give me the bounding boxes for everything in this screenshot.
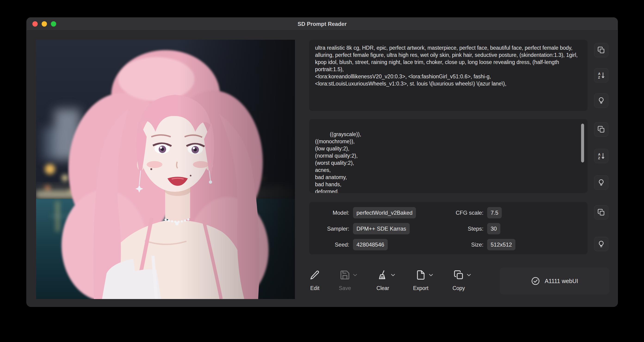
export-menu-button[interactable] xyxy=(428,272,434,279)
model-value: perfectWorld_v2Baked xyxy=(353,207,416,218)
app-window: SD Prompt Reader xyxy=(26,17,618,307)
edit-tool: Edit xyxy=(309,268,320,291)
copy-button[interactable] xyxy=(453,270,464,280)
model-label: Model: xyxy=(317,209,349,216)
lightbulb-icon xyxy=(597,179,605,186)
sampler-label: Sampler: xyxy=(317,225,349,232)
size-label: Size: xyxy=(442,241,484,248)
broom-icon xyxy=(378,270,388,280)
chevron-down-icon xyxy=(428,272,434,279)
steps-label: Steps: xyxy=(442,225,484,232)
sort-az-icon: A Z xyxy=(597,71,605,79)
copy-tool: Copy xyxy=(453,268,472,291)
negative-sort-button[interactable]: A Z xyxy=(594,149,608,163)
clear-label: Clear xyxy=(377,285,388,291)
generated-image xyxy=(36,40,295,299)
window-titlebar[interactable]: SD Prompt Reader xyxy=(26,17,618,31)
chevron-down-icon xyxy=(466,272,472,279)
bottom-toolbar: Edit xyxy=(309,268,609,294)
lightbulb-icon xyxy=(597,97,605,104)
export-button[interactable] xyxy=(415,270,426,280)
status-label: A1111 webUI xyxy=(545,278,578,285)
positive-copy-button[interactable] xyxy=(594,43,608,57)
minimize-button[interactable] xyxy=(42,21,47,26)
copy-label: Copy xyxy=(453,285,464,291)
save-icon xyxy=(340,270,350,280)
svg-text:Z: Z xyxy=(598,75,600,79)
export-label: Export xyxy=(415,285,426,291)
window-content: ultra realistic 8k cg, HDR, epic, perfec… xyxy=(26,30,618,307)
negative-prompt-text: ((grayscale)), ((monochrome)), (low qual… xyxy=(315,131,361,193)
steps-value: 30 xyxy=(487,223,500,234)
settings-view-button[interactable] xyxy=(594,237,608,251)
settings-section: Model: perfectWorld_v2Baked CFG scale: 7… xyxy=(309,202,609,254)
negative-prompt-actions: A Z xyxy=(593,119,609,193)
chevron-down-icon xyxy=(352,272,358,279)
positive-prompt-section: ultra realistic 8k cg, HDR, epic, perfec… xyxy=(309,40,609,111)
size-value: 512x512 xyxy=(487,239,516,250)
negative-prompt-textarea[interactable]: ((grayscale)), ((monochrome)), (low qual… xyxy=(309,119,588,193)
export-tool: Export xyxy=(415,268,434,291)
positive-sort-button[interactable]: A Z xyxy=(594,68,608,82)
settings-copy-button[interactable] xyxy=(594,205,608,220)
save-tool: Save xyxy=(339,268,358,291)
lightbulb-icon xyxy=(597,240,605,248)
close-button[interactable] xyxy=(32,21,38,26)
settings-actions xyxy=(593,202,609,254)
negative-view-button[interactable] xyxy=(594,175,608,190)
negative-prompt-section: ((grayscale)), ((monochrome)), (low qual… xyxy=(309,119,609,193)
clear-tool: Clear xyxy=(377,268,396,291)
document-icon xyxy=(416,270,426,280)
zoom-button[interactable] xyxy=(51,21,56,26)
cfg-scale-value: 7.5 xyxy=(487,207,502,218)
copy-menu-button[interactable] xyxy=(466,272,472,279)
settings-grid: Model: perfectWorld_v2Baked CFG scale: 7… xyxy=(317,207,580,250)
clear-menu-button[interactable] xyxy=(390,272,396,279)
save-menu-button[interactable] xyxy=(352,272,358,279)
positive-prompt-textarea[interactable]: ultra realistic 8k cg, HDR, epic, perfec… xyxy=(309,40,588,111)
svg-text:A: A xyxy=(598,72,600,75)
positive-prompt-actions: A Z xyxy=(593,40,609,111)
copy-icon xyxy=(597,46,605,54)
copy-icon xyxy=(597,125,605,133)
chevron-down-icon xyxy=(390,272,396,279)
sort-az-icon: A Z xyxy=(597,152,605,160)
negative-copy-button[interactable] xyxy=(594,122,608,137)
settings-panel: Model: perfectWorld_v2Baked CFG scale: 7… xyxy=(309,202,588,254)
image-preview[interactable] xyxy=(36,40,295,299)
edit-button[interactable] xyxy=(309,270,320,280)
svg-text:Z: Z xyxy=(598,156,600,160)
format-status-badge[interactable]: A1111 webUI xyxy=(500,268,609,294)
save-button[interactable] xyxy=(339,270,351,280)
traffic-lights xyxy=(32,17,56,30)
negative-scrollbar[interactable] xyxy=(581,124,584,162)
pencil-icon xyxy=(310,270,320,280)
save-label: Save xyxy=(339,285,351,291)
sampler-value: DPM++ SDE Karras xyxy=(353,223,410,234)
copy-icon xyxy=(597,208,605,216)
copy-icon xyxy=(454,270,464,280)
seed-value: 428048546 xyxy=(353,239,388,250)
clear-button[interactable] xyxy=(377,270,388,280)
cfg-scale-label: CFG scale: xyxy=(442,209,484,216)
edit-label: Edit xyxy=(309,285,320,291)
check-circle-icon xyxy=(531,276,540,286)
window-title: SD Prompt Reader xyxy=(298,21,346,27)
seed-label: Seed: xyxy=(317,241,349,248)
positive-view-button[interactable] xyxy=(594,93,608,108)
svg-text:A: A xyxy=(598,152,600,156)
